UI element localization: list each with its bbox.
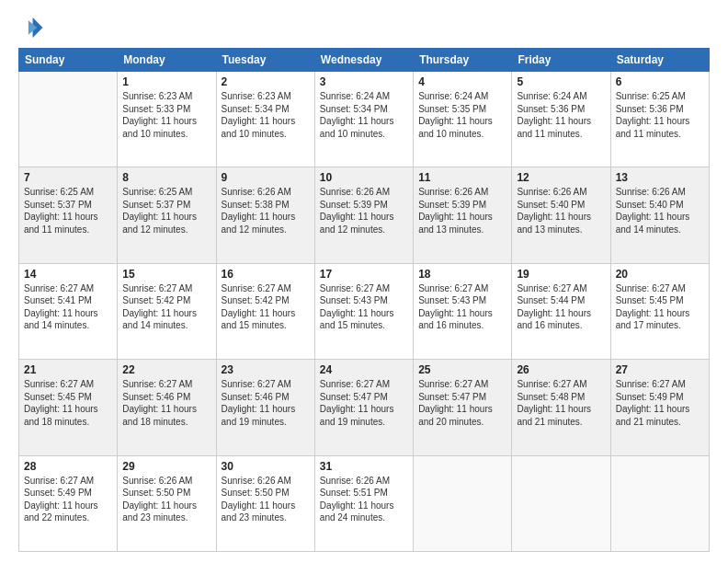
calendar-cell: 30Sunrise: 6:26 AM Sunset: 5:50 PM Dayli… [216,455,314,551]
day-number: 15 [122,268,210,281]
day-number: 12 [517,171,605,184]
calendar-cell: 14Sunrise: 6:27 AM Sunset: 5:41 PM Dayli… [19,263,118,359]
calendar-cell: 29Sunrise: 6:26 AM Sunset: 5:50 PM Dayli… [118,455,216,551]
day-number: 9 [222,171,310,184]
calendar-week-row: 7Sunrise: 6:25 AM Sunset: 5:37 PM Daylig… [19,167,710,263]
day-info: Sunrise: 6:25 AM Sunset: 5:37 PM Dayligh… [24,186,112,236]
day-info: Sunrise: 6:27 AM Sunset: 5:48 PM Dayligh… [517,378,605,428]
calendar-week-row: 1Sunrise: 6:23 AM Sunset: 5:33 PM Daylig… [19,72,710,167]
col-header-saturday: Saturday [610,49,709,72]
calendar-cell: 8Sunrise: 6:25 AM Sunset: 5:37 PM Daylig… [118,167,216,263]
calendar-cell: 18Sunrise: 6:27 AM Sunset: 5:43 PM Dayli… [414,263,512,359]
col-header-wednesday: Wednesday [314,49,413,72]
day-number: 8 [122,171,210,184]
day-number: 5 [517,75,605,88]
day-info: Sunrise: 6:26 AM Sunset: 5:39 PM Dayligh… [418,186,506,236]
day-number: 29 [122,460,210,473]
calendar-cell: 5Sunrise: 6:24 AM Sunset: 5:36 PM Daylig… [512,72,610,167]
day-info: Sunrise: 6:27 AM Sunset: 5:41 PM Dayligh… [24,282,112,332]
calendar-cell: 9Sunrise: 6:26 AM Sunset: 5:38 PM Daylig… [216,167,314,263]
calendar-cell: 19Sunrise: 6:27 AM Sunset: 5:44 PM Dayli… [512,263,610,359]
calendar-cell: 13Sunrise: 6:26 AM Sunset: 5:40 PM Dayli… [610,167,709,263]
day-info: Sunrise: 6:26 AM Sunset: 5:40 PM Dayligh… [517,186,605,236]
calendar-cell: 10Sunrise: 6:26 AM Sunset: 5:39 PM Dayli… [314,167,413,263]
calendar: SundayMondayTuesdayWednesdayThursdayFrid… [18,48,710,552]
day-info: Sunrise: 6:24 AM Sunset: 5:35 PM Dayligh… [418,90,506,140]
day-number: 18 [418,268,506,281]
day-number: 1 [122,75,210,88]
calendar-cell: 4Sunrise: 6:24 AM Sunset: 5:35 PM Daylig… [414,72,512,167]
day-number: 17 [320,268,408,281]
header [18,15,710,40]
day-info: Sunrise: 6:23 AM Sunset: 5:34 PM Dayligh… [222,90,310,140]
calendar-week-row: 28Sunrise: 6:27 AM Sunset: 5:49 PM Dayli… [19,455,710,551]
day-number: 7 [24,171,112,184]
day-number: 10 [320,171,408,184]
day-info: Sunrise: 6:24 AM Sunset: 5:34 PM Dayligh… [320,90,408,140]
day-info: Sunrise: 6:25 AM Sunset: 5:36 PM Dayligh… [616,90,704,140]
day-number: 26 [517,363,605,376]
calendar-cell: 17Sunrise: 6:27 AM Sunset: 5:43 PM Dayli… [314,263,413,359]
day-info: Sunrise: 6:27 AM Sunset: 5:46 PM Dayligh… [122,378,210,428]
day-info: Sunrise: 6:26 AM Sunset: 5:50 PM Dayligh… [222,475,310,524]
day-info: Sunrise: 6:24 AM Sunset: 5:36 PM Dayligh… [517,90,605,140]
col-header-monday: Monday [118,49,216,72]
col-header-tuesday: Tuesday [216,49,314,72]
day-info: Sunrise: 6:27 AM Sunset: 5:45 PM Dayligh… [616,282,704,332]
calendar-cell: 3Sunrise: 6:24 AM Sunset: 5:34 PM Daylig… [314,72,413,167]
day-info: Sunrise: 6:27 AM Sunset: 5:43 PM Dayligh… [418,282,506,332]
calendar-cell [610,455,709,551]
day-number: 20 [616,268,704,281]
col-header-thursday: Thursday [414,49,512,72]
day-number: 2 [222,75,310,88]
day-info: Sunrise: 6:26 AM Sunset: 5:51 PM Dayligh… [320,475,408,524]
day-info: Sunrise: 6:27 AM Sunset: 5:49 PM Dayligh… [24,475,112,524]
day-info: Sunrise: 6:27 AM Sunset: 5:47 PM Dayligh… [418,378,506,428]
calendar-cell: 22Sunrise: 6:27 AM Sunset: 5:46 PM Dayli… [118,360,216,455]
day-number: 23 [222,363,310,376]
day-info: Sunrise: 6:26 AM Sunset: 5:40 PM Dayligh… [616,186,704,236]
day-info: Sunrise: 6:23 AM Sunset: 5:33 PM Dayligh… [122,90,210,140]
calendar-cell: 31Sunrise: 6:26 AM Sunset: 5:51 PM Dayli… [314,455,413,551]
day-info: Sunrise: 6:26 AM Sunset: 5:50 PM Dayligh… [122,475,210,524]
calendar-week-row: 14Sunrise: 6:27 AM Sunset: 5:41 PM Dayli… [19,263,710,359]
day-info: Sunrise: 6:27 AM Sunset: 5:49 PM Dayligh… [616,378,704,428]
day-number: 27 [616,363,704,376]
calendar-cell: 6Sunrise: 6:25 AM Sunset: 5:36 PM Daylig… [610,72,709,167]
day-number: 22 [122,363,210,376]
day-number: 3 [320,75,408,88]
day-number: 30 [222,460,310,473]
calendar-cell [414,455,512,551]
day-number: 4 [418,75,506,88]
calendar-week-row: 21Sunrise: 6:27 AM Sunset: 5:45 PM Dayli… [19,360,710,455]
day-number: 14 [24,268,112,281]
calendar-cell: 21Sunrise: 6:27 AM Sunset: 5:45 PM Dayli… [19,360,118,455]
day-info: Sunrise: 6:27 AM Sunset: 5:45 PM Dayligh… [24,378,112,428]
col-header-sunday: Sunday [19,49,118,72]
calendar-header-row: SundayMondayTuesdayWednesdayThursdayFrid… [19,49,710,72]
logo-icon [18,15,44,40]
calendar-cell: 12Sunrise: 6:26 AM Sunset: 5:40 PM Dayli… [512,167,610,263]
day-info: Sunrise: 6:26 AM Sunset: 5:39 PM Dayligh… [320,186,408,236]
calendar-cell: 11Sunrise: 6:26 AM Sunset: 5:39 PM Dayli… [414,167,512,263]
day-number: 11 [418,171,506,184]
calendar-cell: 2Sunrise: 6:23 AM Sunset: 5:34 PM Daylig… [216,72,314,167]
calendar-cell: 25Sunrise: 6:27 AM Sunset: 5:47 PM Dayli… [414,360,512,455]
day-info: Sunrise: 6:26 AM Sunset: 5:38 PM Dayligh… [222,186,310,236]
day-info: Sunrise: 6:25 AM Sunset: 5:37 PM Dayligh… [122,186,210,236]
col-header-friday: Friday [512,49,610,72]
calendar-cell: 24Sunrise: 6:27 AM Sunset: 5:47 PM Dayli… [314,360,413,455]
day-number: 16 [222,268,310,281]
calendar-cell: 26Sunrise: 6:27 AM Sunset: 5:48 PM Dayli… [512,360,610,455]
calendar-cell: 16Sunrise: 6:27 AM Sunset: 5:42 PM Dayli… [216,263,314,359]
calendar-cell [512,455,610,551]
day-info: Sunrise: 6:27 AM Sunset: 5:46 PM Dayligh… [222,378,310,428]
day-number: 13 [616,171,704,184]
calendar-cell: 28Sunrise: 6:27 AM Sunset: 5:49 PM Dayli… [19,455,118,551]
calendar-cell: 20Sunrise: 6:27 AM Sunset: 5:45 PM Dayli… [610,263,709,359]
day-info: Sunrise: 6:27 AM Sunset: 5:42 PM Dayligh… [122,282,210,332]
day-number: 6 [616,75,704,88]
calendar-cell: 27Sunrise: 6:27 AM Sunset: 5:49 PM Dayli… [610,360,709,455]
logo [18,15,48,40]
day-number: 24 [320,363,408,376]
